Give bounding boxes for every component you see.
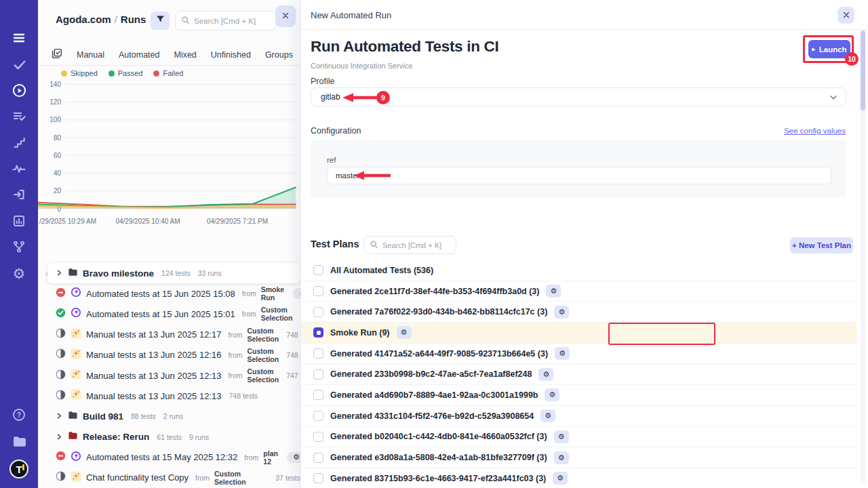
test-plan-label: Generated a4d690b7-8889-4ae1-92aa-0c3001… [330,390,538,400]
runs-search-input[interactable] [194,17,269,25]
filter-button[interactable] [151,12,170,30]
tab-manual[interactable]: Manual [77,50,104,60]
test-plan-row[interactable]: Generated 4331c104-f5f2-476e-b92d-c529a3… [301,406,857,427]
test-plan-row[interactable]: Generated 41471a52-a644-49f7-9085-923713… [301,344,857,365]
test-plan-checkbox[interactable] [313,453,323,463]
run-title: Automated tests at 15 May 2025 12:32 [86,452,237,462]
sidebar-help-circle-icon[interactable]: ? [0,403,38,426]
run-folder-row[interactable]: Build 98188 tests2 runs [38,406,300,426]
sidebar-check-icon[interactable] [0,53,38,76]
test-plans-search-input[interactable] [382,241,450,249]
tab-unfinished[interactable]: Unfinished [211,50,251,60]
run-meta: 9 runs [189,433,209,441]
test-plan-row[interactable]: Generated 233b0998-b9c2-47ae-a5cf-7ea1af… [301,364,857,385]
test-plan-checkbox[interactable] [313,473,323,483]
page-title: Run Automated Tests in CI [311,38,499,56]
gear-icon: ⚙ [549,391,556,399]
test-plan-row[interactable]: Smoke Run (9)⚙ [301,323,857,344]
tab-mixed[interactable]: Mixed [174,50,196,60]
run-folder-row[interactable]: Release: Rerun61 tests9 runs [38,427,300,447]
from-label: from [195,474,210,482]
launch-button[interactable]: ▶ Launch [808,40,850,58]
run-folder-row[interactable]: Bravo milestone124 tests33 runs [47,263,300,283]
sidebar-menu-icon[interactable] [0,26,38,49]
test-plan-settings-button[interactable]: ⚙ [555,347,570,360]
from-label: from [242,310,256,318]
profile-select[interactable]: gitlab [311,87,846,106]
svg-text:20: 20 [54,187,62,195]
chevron-right-icon[interactable] [56,431,63,443]
chevron-right-icon[interactable] [56,410,63,422]
see-config-values-link[interactable]: See config values [784,127,846,135]
test-plan-settings-button[interactable]: ⚙ [554,306,569,319]
sidebar-branch-icon[interactable] [0,235,38,258]
status-partial-icon [56,390,66,403]
test-plan-settings-button[interactable]: ⚙ [553,472,568,485]
ref-input[interactable] [327,167,831,184]
runs-panel-close-button[interactable] [275,5,296,27]
test-plan-row[interactable]: Generated 2ce11f7d-38ef-44fe-b353-4f694f… [301,281,857,302]
test-plan-settings-button[interactable]: ⚙ [546,285,561,298]
sidebar-list-check-icon[interactable] [0,105,38,128]
run-row[interactable]: Chat functinality test CopyfromCustom Se… [38,468,300,488]
tab-groups[interactable]: Groups [265,50,293,60]
runs-search[interactable] [175,11,277,30]
gear-icon: ⚙ [557,474,564,482]
run-row[interactable]: Automated tests at 15 Jun 2025 15:08from… [38,283,300,304]
test-plan-checkbox[interactable] [313,307,323,317]
test-plan-row[interactable]: Generated 7a76f022-93d0-434b-b462-bb8114… [301,302,857,323]
select-all-icon[interactable] [52,48,62,62]
sidebar-folder-icon[interactable] [0,430,38,453]
test-plan-row[interactable]: Generated e3d08a1a-5808-42e4-a1ab-81bfe3… [301,447,857,468]
sidebar-pulse-icon[interactable] [0,157,38,180]
sidebar-play-circle-icon[interactable] [0,79,38,102]
test-plan-settings-button[interactable]: ⚙ [540,409,555,422]
test-plan-checkbox[interactable] [313,286,323,296]
svg-text:120: 120 [50,98,61,106]
test-plans-search[interactable] [363,236,456,254]
chevron-right-icon[interactable] [56,267,63,279]
legend-item-failed[interactable]: Failed [153,69,183,77]
sidebar-gear-icon[interactable]: ⚙ [0,262,38,285]
run-row[interactable]: Manual tests at 13 Jun 2025 12:13fromCus… [38,365,300,386]
test-plan-checkbox[interactable] [313,348,323,359]
sidebar-import-icon[interactable] [0,183,38,206]
test-plan-checkbox[interactable] [313,411,323,421]
test-plan-checkbox[interactable] [313,432,323,442]
sidebar-steps-icon[interactable] [0,131,38,154]
breadcrumb-project[interactable]: Agoda.com [56,14,111,25]
test-plan-checkbox[interactable] [313,390,323,400]
sidebar-bar-chart-icon[interactable] [0,209,38,232]
run-title: Manual tests at 13 Jun 2025 12:17 [86,329,221,340]
drawer-close-button[interactable] [837,7,854,24]
manual-run-icon [71,348,81,362]
legend-item-skipped[interactable]: Skipped [61,69,98,77]
test-plan-checkbox[interactable] [313,369,323,380]
app-logo[interactable]: T [9,460,28,479]
test-plan-row[interactable]: Generated b02040c1-c442-4db0-841e-4660a0… [301,427,857,448]
test-plan-settings-button[interactable]: ⚙ [397,326,412,339]
test-plan-settings-button[interactable]: ⚙ [545,388,559,401]
run-row[interactable]: Manual tests at 13 Jun 2025 12:13748 tes… [38,386,300,406]
run-row[interactable]: Automated tests at 15 May 2025 12:32from… [38,447,300,468]
folder-title: Release: Rerun [83,432,149,442]
run-row[interactable]: Manual tests at 13 Jun 2025 12:17fromCus… [38,325,300,345]
test-plan-row[interactable]: All Automated Tests (536) [301,260,857,281]
test-plan-row[interactable]: Generated 83715b93-6c1e-4663-9417-ef23a4… [301,468,857,488]
test-plan-row[interactable]: Generated a4d690b7-8889-4ae1-92aa-0c3001… [301,385,857,406]
scrollbar-thumb[interactable] [861,30,865,110]
run-row[interactable]: Automated tests at 15 Jun 2025 15:01from… [38,304,300,324]
test-plan-settings-button[interactable]: ⚙ [554,451,569,464]
legend-item-passed[interactable]: Passed [108,69,143,77]
test-plan-settings-button[interactable]: ⚙ [538,368,553,381]
test-plan-settings-button[interactable]: ⚙ [554,430,569,443]
run-title: Chat functinality test Copy [86,472,189,483]
status-partial-icon [56,348,66,361]
breadcrumb[interactable]: Agoda.com/Runs [56,14,146,25]
test-plan-checkbox[interactable] [313,327,323,338]
test-plan-checkbox[interactable] [313,265,323,275]
tab-automated[interactable]: Automated [119,50,159,60]
legend-label: Passed [118,69,143,77]
run-row[interactable]: Manual tests at 13 Jun 2025 12:16fromCus… [38,345,300,365]
new-test-plan-button[interactable]: + New Test Plan [790,237,853,253]
